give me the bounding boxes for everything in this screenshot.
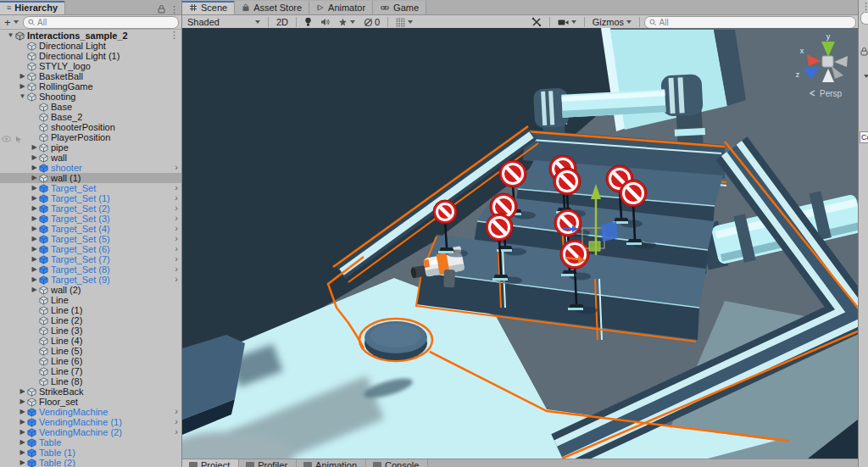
expand-arrow-icon[interactable]: ▶ <box>31 163 38 173</box>
create-button[interactable]: + <box>3 16 20 29</box>
prefab-open-chevron-icon[interactable]: › <box>175 274 178 284</box>
tab-animation[interactable]: Animation <box>297 459 366 467</box>
shading-mode-dropdown[interactable]: Shaded <box>184 16 264 28</box>
prefab-open-chevron-icon[interactable]: › <box>175 426 178 436</box>
expand-arrow-icon[interactable]: ▶ <box>19 437 26 448</box>
expand-arrow-icon[interactable]: ▶ <box>31 203 38 214</box>
lighting-toggle-button[interactable] <box>301 16 315 28</box>
hierarchy-row[interactable]: Base <box>0 102 181 112</box>
prefab-open-chevron-icon[interactable]: › <box>175 162 178 172</box>
prefab-open-chevron-icon[interactable]: › <box>175 213 178 223</box>
hierarchy-row[interactable]: Line (1) <box>0 305 181 315</box>
tab-hierarchy[interactable]: ≡ Hierarchy <box>0 1 65 14</box>
tab-console[interactable]: Console <box>366 459 428 467</box>
hierarchy-row[interactable]: ▶BasketBall <box>0 71 181 81</box>
panel-menu-icon[interactable]: ⋮ <box>861 2 868 10</box>
prefab-open-chevron-icon[interactable]: › <box>175 416 178 426</box>
expand-arrow-icon[interactable]: ▶ <box>19 448 26 458</box>
tab-profiler[interactable]: Profiler <box>239 459 297 467</box>
hierarchy-row[interactable]: Line (5) <box>0 346 181 356</box>
hierarchy-row[interactable]: ▶Target_Set (1)› <box>0 193 181 203</box>
grid-settings-button[interactable] <box>392 16 416 28</box>
audio-toggle-button[interactable] <box>317 16 333 28</box>
prefab-open-chevron-icon[interactable]: › <box>175 406 178 416</box>
camera-settings-button[interactable] <box>554 16 580 28</box>
hierarchy-row[interactable]: ▶wall <box>0 153 181 163</box>
expand-arrow-icon[interactable]: ▶ <box>19 71 26 81</box>
prefab-open-chevron-icon[interactable]: › <box>175 192 178 203</box>
hierarchy-row[interactable]: ▶pipe <box>0 142 181 153</box>
hierarchy-row[interactable]: ▶StrikeBack <box>0 386 181 397</box>
hierarchy-row[interactable]: ▶Target_Set (7)› <box>0 254 181 264</box>
prefab-open-chevron-icon[interactable]: › <box>175 182 178 192</box>
hierarchy-row[interactable]: Directional Light <box>0 41 181 51</box>
hierarchy-row[interactable]: ▶Target_Set (5)› <box>0 234 181 244</box>
editor-tools-button[interactable] <box>528 16 545 28</box>
hierarchy-row[interactable]: ▶RollingGame <box>0 81 181 92</box>
hierarchy-row[interactable]: STYLY_logo <box>0 61 181 71</box>
expand-arrow-icon[interactable]: ▶ <box>19 386 26 397</box>
expand-arrow-icon[interactable]: ▶ <box>31 183 38 193</box>
hierarchy-row[interactable]: Directional Light (1) <box>0 51 181 61</box>
hierarchy-row[interactable]: ▶VendingMachine› <box>0 407 181 417</box>
hierarchy-row[interactable]: ▶shooter› <box>0 163 181 173</box>
hierarchy-row[interactable]: Line (6) <box>0 356 181 366</box>
expand-arrow-icon[interactable]: ▶ <box>31 244 38 254</box>
expand-arrow-icon[interactable]: ▶ <box>19 417 26 427</box>
expand-arrow-icon[interactable]: ▶ <box>31 173 38 183</box>
tab-project[interactable]: Project <box>182 459 239 467</box>
prefab-open-chevron-icon[interactable]: › <box>175 243 178 253</box>
expand-arrow-icon[interactable]: ▶ <box>31 234 38 244</box>
scene-menu-icon[interactable]: ⋮ <box>170 31 179 39</box>
hierarchy-row[interactable]: Line (8) <box>0 376 181 386</box>
expand-arrow-icon[interactable]: ▶ <box>31 264 38 275</box>
hierarchy-row[interactable]: ▶Table (1) <box>0 448 181 458</box>
scene-viewport[interactable]: y x z Persp <box>182 28 858 459</box>
hierarchy-row[interactable]: shooterPosition <box>0 122 181 132</box>
hierarchy-row[interactable]: ▶Target_Set (8)› <box>0 264 181 275</box>
hierarchy-row[interactable]: ▶Target_Set (9)› <box>0 275 181 285</box>
hierarchy-row[interactable]: ▶Target_Set (3)› <box>0 214 181 224</box>
scene-search[interactable] <box>644 16 856 29</box>
expand-arrow-icon[interactable]: ▶ <box>19 407 26 417</box>
expand-arrow-icon[interactable]: ▼ <box>7 31 14 41</box>
prefab-open-chevron-icon[interactable]: › <box>175 253 178 264</box>
expand-arrow-icon[interactable]: ▶ <box>31 142 38 153</box>
hierarchy-row[interactable]: Line (4) <box>0 336 181 346</box>
tab-asset-store[interactable]: Asset Store <box>235 1 309 14</box>
expand-arrow-icon[interactable]: ▶ <box>19 81 26 92</box>
effects-dropdown-button[interactable] <box>335 16 359 28</box>
expand-arrow-icon[interactable]: ▶ <box>31 193 38 203</box>
hierarchy-search-input[interactable] <box>37 18 174 27</box>
lock-icon[interactable] <box>158 2 165 17</box>
hierarchy-row[interactable]: ▶Table (2) <box>0 458 181 467</box>
lock-icon[interactable] <box>860 44 868 59</box>
expand-arrow-icon[interactable]: ▶ <box>19 397 26 407</box>
scene-search-input[interactable] <box>659 18 851 27</box>
hierarchy-row[interactable]: Base_2 <box>0 112 181 122</box>
hierarchy-row[interactable]: ▶Target_Set (2)› <box>0 203 181 214</box>
expand-arrow-icon[interactable]: ▶ <box>19 427 26 437</box>
prefab-open-chevron-icon[interactable]: › <box>175 203 178 213</box>
hierarchy-row[interactable]: ▶Target_Set› <box>0 183 181 193</box>
hierarchy-search[interactable] <box>23 16 179 29</box>
hierarchy-row[interactable]: ▶wall (1) <box>0 173 181 183</box>
hierarchy-row[interactable]: ▶Target_Set (6)› <box>0 244 181 254</box>
expand-arrow-icon[interactable]: ▼ <box>19 92 26 102</box>
scene-visibility-button[interactable]: 0 <box>360 16 383 28</box>
expand-arrow-icon[interactable]: ▶ <box>19 458 26 467</box>
2d-toggle-button[interactable]: 2D <box>273 16 292 28</box>
tab-game[interactable]: Game <box>373 1 426 14</box>
hierarchy-row[interactable]: ▶Target_Set (4)› <box>0 224 181 234</box>
hierarchy-row[interactable]: Line <box>0 295 181 305</box>
hierarchy-row[interactable]: ▶Floor_set <box>0 397 181 407</box>
prefab-open-chevron-icon[interactable]: › <box>175 264 178 274</box>
hierarchy-row[interactable]: Line (3) <box>0 325 181 336</box>
hierarchy-row[interactable]: ▶VendingMachine (1)› <box>0 417 181 427</box>
tab-animator[interactable]: Animator <box>309 1 373 14</box>
hierarchy-row[interactable]: ▶Table <box>0 437 181 448</box>
expand-arrow-icon[interactable]: ▶ <box>31 224 38 234</box>
hierarchy-row[interactable]: PlayerPosition <box>0 132 181 142</box>
expand-arrow-icon[interactable]: ▶ <box>31 275 38 285</box>
hierarchy-row[interactable]: ▶VendingMachine (2)› <box>0 427 181 437</box>
